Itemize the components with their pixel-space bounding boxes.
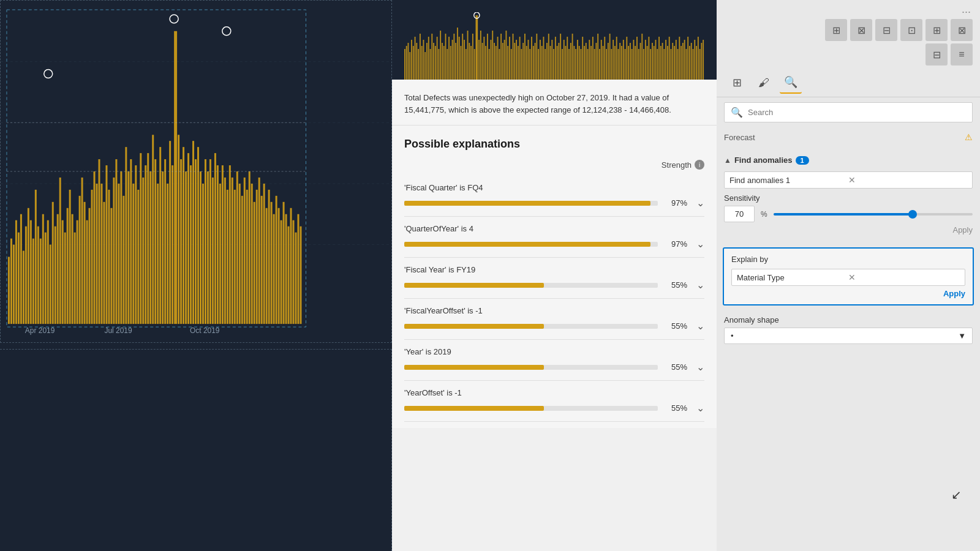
- svg-rect-176: [474, 49, 475, 80]
- svg-rect-9: [15, 220, 17, 324]
- find-anomalies-tag-close[interactable]: ✕: [848, 175, 967, 185]
- explanation-expand-icon[interactable]: ⌄: [696, 320, 704, 332]
- viz-icon-row-2: ⊟ ≡: [724, 43, 973, 66]
- svg-rect-169: [462, 34, 463, 80]
- svg-rect-221: [551, 40, 552, 80]
- explanation-expand-icon[interactable]: ⌄: [696, 402, 704, 414]
- anomaly-shape-label: Anomaly shape: [724, 315, 973, 324]
- find-anomalies-header: ▲ Find anomalies 1: [724, 152, 973, 168]
- explanation-pct: 55%: [664, 403, 687, 413]
- svg-rect-294: [676, 40, 677, 80]
- tool-icon-grid[interactable]: ⊞: [726, 72, 748, 94]
- viz-icon-2[interactable]: ⊠: [850, 19, 872, 41]
- svg-rect-240: [584, 46, 585, 80]
- viz-icon-8[interactable]: ≡: [951, 43, 973, 66]
- svg-rect-25: [55, 227, 56, 324]
- svg-rect-50: [115, 159, 117, 324]
- svg-rect-87: [207, 171, 209, 324]
- explanation-expand-icon[interactable]: ⌄: [696, 238, 704, 250]
- svg-rect-198: [513, 34, 514, 80]
- svg-rect-201: [518, 46, 519, 80]
- svg-rect-21: [45, 233, 47, 324]
- explain-by-apply-btn[interactable]: Apply: [731, 289, 965, 298]
- svg-rect-27: [59, 178, 61, 324]
- viz-icon-4[interactable]: ⊡: [900, 19, 922, 41]
- forecast-item[interactable]: Forecast ⚠: [717, 127, 980, 147]
- search-box[interactable]: 🔍: [724, 102, 973, 122]
- svg-rect-184: [489, 49, 490, 80]
- left-chart-panel: Apr 2019 Jul 2019 Oct 2019: [0, 0, 392, 551]
- explanation-bar-row: 97% ⌄: [404, 197, 704, 209]
- tool-icon-analytics[interactable]: 🔍: [780, 72, 802, 94]
- svg-rect-148: [426, 43, 428, 80]
- svg-rect-44: [100, 184, 102, 324]
- explain-by-tag-close[interactable]: ✕: [848, 272, 960, 282]
- svg-rect-110: [263, 184, 265, 324]
- svg-rect-97: [232, 178, 233, 324]
- svg-rect-70: [164, 159, 166, 324]
- svg-rect-237: [579, 46, 580, 80]
- svg-rect-45: [103, 202, 105, 324]
- find-anomalies-chevron[interactable]: ▲: [724, 156, 731, 165]
- svg-rect-266: [628, 46, 629, 80]
- svg-rect-255: [609, 34, 611, 80]
- explain-by-tag: Material Type ✕: [731, 269, 965, 286]
- search-input[interactable]: [748, 108, 966, 117]
- anomaly-shape-select[interactable]: • ▼: [724, 328, 973, 344]
- svg-rect-241: [586, 43, 587, 80]
- svg-rect-170: [464, 40, 465, 80]
- svg-rect-88: [209, 159, 211, 324]
- svg-rect-290: [669, 37, 670, 80]
- svg-text:Jul 2019: Jul 2019: [104, 326, 132, 335]
- tool-icon-format[interactable]: 🖌: [753, 72, 775, 94]
- svg-rect-6: [8, 257, 10, 324]
- svg-rect-267: [630, 43, 631, 80]
- explanation-label: 'Fiscal Year' is FY19: [404, 265, 704, 274]
- strength-info-icon[interactable]: i: [695, 160, 704, 170]
- svg-rect-109: [261, 196, 263, 324]
- svg-rect-187: [494, 43, 495, 80]
- svg-rect-159: [445, 34, 447, 80]
- explanation-expand-icon[interactable]: ⌄: [696, 197, 704, 209]
- svg-rect-116: [278, 208, 280, 324]
- svg-rect-283: [657, 49, 658, 80]
- explanation-expand-icon[interactable]: ⌄: [696, 361, 704, 373]
- svg-rect-65: [152, 135, 154, 324]
- svg-rect-121: [290, 208, 292, 324]
- viz-icon-3[interactable]: ⊟: [875, 19, 897, 41]
- svg-rect-215: [541, 46, 543, 80]
- three-dots-menu[interactable]: ...: [717, 0, 980, 16]
- viz-icon-7[interactable]: ⊟: [925, 43, 948, 66]
- svg-rect-145: [421, 46, 423, 80]
- svg-rect-77: [183, 147, 184, 324]
- explanation-bar-row: 97% ⌄: [404, 238, 704, 250]
- svg-rect-227: [562, 49, 563, 80]
- svg-rect-124: [297, 214, 299, 324]
- sensitivity-value[interactable]: 70: [724, 206, 755, 222]
- svg-rect-160: [447, 49, 448, 80]
- svg-rect-161: [448, 37, 450, 80]
- svg-rect-205: [524, 34, 526, 80]
- svg-rect-79: [187, 153, 189, 324]
- explanation-expand-icon[interactable]: ⌄: [696, 279, 704, 291]
- svg-rect-229: [565, 46, 567, 80]
- svg-rect-74: [174, 31, 177, 324]
- explanation-bar-bg: [404, 201, 658, 206]
- viz-icon-6[interactable]: ⊠: [951, 19, 973, 41]
- svg-rect-122: [293, 220, 295, 324]
- slider-thumb[interactable]: [908, 210, 917, 219]
- svg-rect-49: [113, 178, 115, 324]
- svg-rect-47: [108, 190, 110, 324]
- find-anomalies-apply-btn[interactable]: Apply: [724, 222, 973, 238]
- svg-rect-288: [665, 40, 666, 80]
- svg-rect-183: [487, 34, 488, 80]
- svg-rect-142: [416, 43, 417, 80]
- viz-icon-5[interactable]: ⊞: [925, 19, 948, 41]
- viz-icon-1[interactable]: ⊞: [825, 19, 847, 41]
- svg-rect-191: [500, 34, 502, 80]
- svg-rect-286: [662, 43, 663, 80]
- svg-rect-101: [241, 196, 243, 324]
- svg-rect-250: [601, 40, 602, 80]
- svg-rect-244: [590, 46, 592, 80]
- sensitivity-slider[interactable]: [774, 213, 973, 216]
